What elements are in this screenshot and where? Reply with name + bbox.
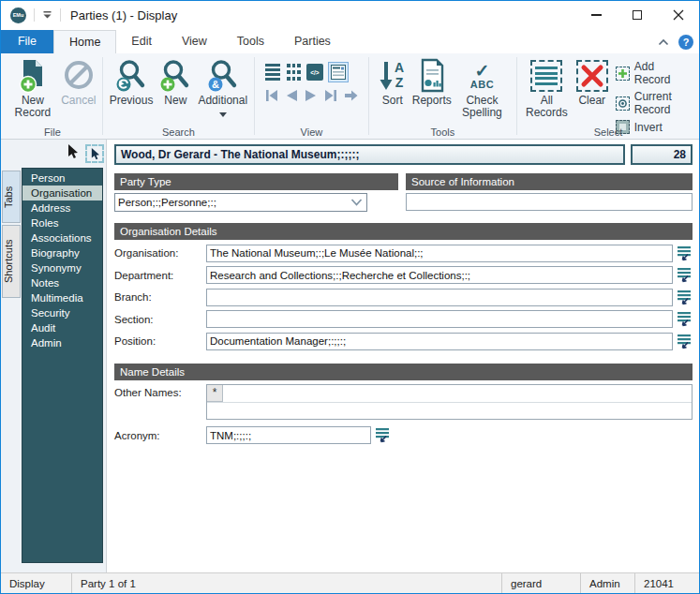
group-label-search: Search — [103, 126, 254, 138]
marquee-cursor-icon — [90, 148, 100, 160]
select-clear-button[interactable]: Clear — [573, 55, 612, 109]
ribbon: New Record Cancel File — [1, 53, 699, 140]
other-names-field-row: Other Names: * — [114, 384, 693, 420]
search-previous-button[interactable]: Previous — [107, 55, 156, 109]
quick-access-dropdown[interactable] — [42, 10, 52, 20]
module-tab-list: Person Organisation Address Roles Associ… — [22, 168, 103, 563]
acronym-input[interactable] — [206, 426, 371, 444]
position-lookup-button[interactable] — [676, 334, 693, 349]
search-additional-button[interactable]: & Additional — [195, 55, 250, 122]
ribbon-group-view: </> — [255, 53, 368, 139]
sidebar-strip-tab-shortcuts[interactable]: Shortcuts — [2, 225, 21, 298]
sidebar-item-admin[interactable]: Admin — [22, 335, 102, 350]
divider — [60, 8, 61, 22]
last-record-button[interactable] — [322, 89, 338, 106]
goto-record-button[interactable] — [343, 89, 359, 106]
sidebar-strip-tab-tabs[interactable]: Tabs — [2, 171, 21, 223]
sidebar-item-associations[interactable]: Associations — [22, 230, 102, 245]
branch-input[interactable] — [206, 289, 673, 306]
search-previous-label: Previous — [110, 95, 154, 107]
maximize-button[interactable] — [617, 1, 658, 29]
window-title: Parties (1) - Display — [70, 8, 177, 22]
organisation-field-row: Organisation: — [114, 245, 693, 262]
tab-parties[interactable]: Parties — [279, 30, 346, 53]
sidebar-item-multimedia[interactable]: Multimedia — [22, 290, 102, 305]
sort-button[interactable]: A Z Sort — [373, 55, 412, 109]
lookup-list-icon — [677, 334, 692, 349]
department-lookup-button[interactable] — [676, 267, 693, 283]
sidebar-item-audit[interactable]: Audit — [22, 320, 102, 335]
position-input[interactable] — [206, 333, 673, 350]
divider — [34, 8, 35, 22]
position-label: Position: — [114, 335, 206, 347]
details-view-icon[interactable] — [328, 62, 349, 82]
acronym-lookup-button[interactable] — [374, 427, 391, 443]
next-record-button[interactable] — [304, 89, 318, 106]
sidebar-item-roles[interactable]: Roles — [22, 215, 102, 230]
minimize-button[interactable] — [575, 1, 617, 29]
search-additional-label: Additional — [198, 95, 247, 107]
contact-sheet-view-icon[interactable] — [286, 64, 302, 81]
select-add-record-button[interactable]: Add Record — [616, 60, 692, 86]
current-record-label: Current Record — [634, 90, 692, 116]
organisation-lookup-button[interactable] — [676, 245, 693, 261]
search-additional-icon: & — [206, 57, 240, 95]
reports-icon — [417, 57, 447, 95]
ribbon-group-select: All Records Clear Add Record — [517, 53, 699, 139]
tab-view[interactable]: View — [167, 30, 222, 53]
tab-file[interactable]: File — [1, 30, 53, 53]
section-input[interactable] — [206, 310, 673, 328]
previous-record-button[interactable] — [285, 89, 299, 106]
sidebar-item-security[interactable]: Security — [22, 305, 102, 320]
tab-edit[interactable]: Edit — [116, 30, 167, 53]
current-record-icon — [616, 97, 630, 111]
collapse-ribbon-button[interactable] — [658, 38, 669, 46]
content-area: Tabs Shortcuts Person Organisation Addre… — [1, 140, 699, 572]
pointer-tool-button[interactable] — [67, 144, 79, 163]
tab-tools[interactable]: Tools — [222, 30, 279, 53]
sidebar-item-person[interactable]: Person — [22, 171, 102, 186]
section-lookup-button[interactable] — [676, 311, 693, 327]
sidebar-item-biography[interactable]: Biography — [22, 245, 102, 260]
sidebar-item-synonymy[interactable]: Synonymy — [22, 260, 102, 275]
department-input[interactable] — [206, 266, 673, 284]
check-spelling-button[interactable]: ✓ ABC Check Spelling — [452, 55, 513, 121]
status-mode: Display — [1, 573, 72, 594]
new-record-button[interactable]: New Record — [7, 55, 59, 121]
minimize-icon — [591, 14, 602, 16]
help-button[interactable]: ? — [678, 35, 693, 50]
branch-label: Branch: — [114, 291, 206, 303]
branch-lookup-button[interactable] — [676, 290, 693, 305]
additional-dropdown-caret-icon — [219, 108, 227, 120]
sidebar-item-notes[interactable]: Notes — [22, 275, 102, 290]
left-region: Tabs Shortcuts Person Organisation Addre… — [1, 140, 106, 572]
sidebar-item-organisation[interactable]: Organisation — [22, 186, 102, 200]
organisation-label: Organisation: — [114, 247, 206, 259]
position-field-row: Position: — [114, 333, 693, 350]
source-of-information-input[interactable] — [406, 193, 693, 211]
chevron-up-icon — [658, 38, 669, 46]
close-button[interactable] — [658, 1, 699, 29]
organisation-input[interactable] — [206, 245, 673, 262]
acronym-field-row: Acronym: — [114, 426, 693, 444]
search-new-button[interactable]: New — [156, 55, 195, 109]
reports-button[interactable]: Reports — [412, 55, 452, 109]
tab-home[interactable]: Home — [53, 30, 116, 53]
xml-view-icon[interactable]: </> — [306, 64, 323, 81]
name-details-section-header: Name Details — [114, 364, 693, 380]
cancel-button[interactable]: Cancel — [59, 55, 98, 109]
list-view-icon[interactable] — [264, 64, 281, 81]
sidebar-item-address[interactable]: Address — [22, 200, 102, 215]
select-tool-button[interactable] — [85, 144, 104, 163]
party-type-combo[interactable]: Person;:;Personne;:; — [114, 193, 367, 212]
ribbon-group-search: Previous New — [103, 53, 254, 139]
combo-chevron-down-icon[interactable] — [346, 199, 366, 206]
status-record-position: Party 1 of 1 — [72, 573, 502, 594]
other-names-grid[interactable]: * — [206, 384, 693, 420]
sidebar-tab-strip: Tabs Shortcuts — [1, 168, 22, 572]
first-record-button[interactable] — [264, 89, 280, 106]
cancel-label: Cancel — [61, 95, 96, 107]
select-all-records-button[interactable]: All Records — [521, 55, 573, 121]
select-current-record-button[interactable]: Current Record — [616, 90, 692, 116]
title-bar: EMu Parties (1) - Display — [1, 1, 699, 29]
